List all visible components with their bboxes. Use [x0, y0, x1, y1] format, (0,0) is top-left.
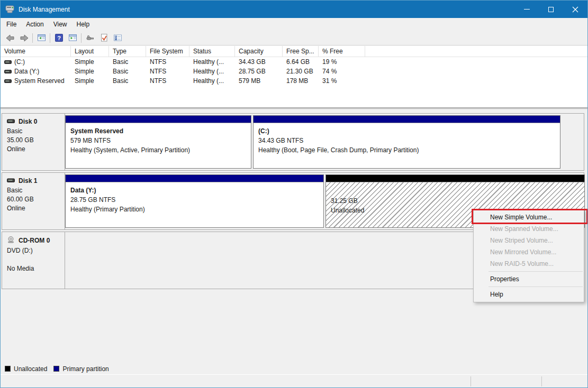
menu-view[interactable]: View: [49, 18, 72, 31]
menu-item-new-spanned-volume: New Spanned Volume...: [474, 223, 584, 235]
action-tool-button[interactable]: [83, 32, 97, 44]
menu-item-properties[interactable]: Properties: [474, 273, 584, 285]
partition-title: Data (Y:): [70, 186, 323, 195]
legend-unallocated-label: Unallocated: [14, 365, 47, 373]
table-row[interactable]: (C:) Simple Basic NTFS Healthy (... 34.4…: [1, 57, 587, 67]
primary-partition-bar: [66, 116, 251, 123]
volume-file-system: NTFS: [146, 58, 189, 66]
column-header-pct-free[interactable]: % Free: [319, 46, 365, 57]
close-icon: [572, 6, 578, 13]
table-row[interactable]: Data (Y:) Simple Basic NTFS Healthy (...…: [1, 67, 587, 76]
volume-file-system: NTFS: [146, 68, 189, 75]
title-bar: Disk Management: [1, 1, 587, 18]
volume-type: Basic: [109, 77, 146, 85]
volume-type: Basic: [109, 68, 146, 75]
column-header-volume[interactable]: Volume: [1, 46, 71, 57]
back-button[interactable]: [3, 32, 17, 44]
disk-name: Disk 0: [19, 118, 37, 125]
toolbar-separator: [32, 33, 33, 43]
show-console-icon: [68, 34, 77, 42]
partition-data-y[interactable]: Data (Y:) 28.75 GB NTFS Healthy (Primary…: [65, 174, 324, 228]
disk-type: Basic: [7, 186, 65, 195]
volume-icon: [4, 60, 12, 64]
disk-icon: [7, 177, 15, 184]
partition-health: Healthy (Boot, Page File, Crash Dump, Pr…: [258, 145, 560, 155]
partition-system-reserved[interactable]: System Reserved 579 MB NTFS Healthy (Sys…: [65, 115, 251, 169]
partition-size: 28.75 GB NTFS: [70, 195, 323, 205]
svg-text:?: ?: [57, 35, 61, 41]
status-bar-divider: [541, 376, 542, 386]
forward-icon: [19, 34, 29, 42]
partition-c-drive[interactable]: (C:) 34.43 GB NTFS Healthy (Boot, Page F…: [253, 115, 560, 169]
console-window-button[interactable]: [34, 32, 48, 44]
help-button[interactable]: ?: [52, 32, 66, 44]
back-icon: [5, 34, 15, 42]
unallocated-size: 31.25 GB: [331, 196, 584, 206]
disk1-panel[interactable]: Disk 1 Basic 60.00 GB Online: [2, 173, 65, 229]
volume-capacity: 579 MB: [235, 77, 283, 85]
volume-name: Data (Y:): [14, 68, 39, 75]
volume-pct-free: 74 %: [319, 68, 365, 75]
status-bar-divider: [471, 376, 471, 386]
unallocated-swatch: [5, 366, 11, 372]
volume-list: Volume Layout Type File System Status Ca…: [1, 46, 587, 108]
volume-icon: [4, 69, 12, 74]
column-header-type[interactable]: Type: [109, 46, 146, 57]
checklist-icon: [113, 34, 122, 42]
menu-item-new-mirrored-volume: New Mirrored Volume...: [474, 246, 584, 258]
window-title: Disk Management: [19, 6, 70, 13]
menu-file[interactable]: File: [2, 18, 21, 31]
legend-primary-partition-label: Primary partition: [62, 365, 108, 373]
maximize-button[interactable]: [539, 1, 563, 18]
disk-name: Disk 1: [19, 177, 37, 184]
table-row[interactable]: System Reserved Simple Basic NTFS Health…: [1, 76, 587, 86]
disk0-panel[interactable]: Disk 0 Basic 35.00 GB Online: [2, 114, 65, 170]
forward-button[interactable]: [17, 32, 31, 44]
menu-bar: File Action View Help: [1, 18, 587, 31]
volume-list-header: Volume Layout Type File System Status Ca…: [1, 46, 587, 57]
column-header-free-space[interactable]: Free Sp...: [283, 46, 319, 57]
menu-action[interactable]: Action: [21, 18, 48, 31]
check-document-icon: [99, 33, 108, 42]
cdrom-panel[interactable]: CD-ROM 0 DVD (D:) No Media: [2, 232, 65, 289]
toolbar-separator: [50, 33, 50, 43]
volume-pct-free: 19 %: [319, 58, 365, 66]
volume-type: Basic: [109, 58, 146, 66]
column-header-file-system[interactable]: File System: [146, 46, 189, 57]
volume-layout: Simple: [71, 68, 109, 75]
volume-status: Healthy (...: [189, 77, 235, 85]
disk-status: Online: [7, 204, 65, 213]
column-header-status[interactable]: Status: [189, 46, 235, 57]
volume-layout: Simple: [71, 77, 109, 85]
maximize-icon: [548, 7, 554, 12]
toolbar: ?: [1, 31, 587, 45]
menu-item-new-striped-volume: New Striped Volume...: [474, 235, 584, 246]
checklist-button[interactable]: [111, 32, 124, 44]
disk-status: Online: [7, 145, 65, 154]
context-menu: New Simple Volume... New Spanned Volume.…: [473, 209, 584, 302]
volume-capacity: 34.43 GB: [235, 58, 283, 66]
menu-item-new-simple-volume[interactable]: New Simple Volume...: [474, 211, 584, 223]
menu-help[interactable]: Help: [72, 18, 95, 31]
disk-size: 35.00 GB: [7, 136, 65, 145]
disk0-row: Disk 0 Basic 35.00 GB Online System Rese…: [2, 113, 584, 171]
cd-icon: [7, 236, 15, 245]
check-document-button[interactable]: [97, 32, 111, 44]
partition-title: (C:): [258, 126, 560, 136]
minimize-button[interactable]: [514, 1, 539, 18]
minimize-icon: [524, 9, 530, 10]
menu-item-help[interactable]: Help: [474, 289, 584, 300]
disk-management-app-icon: [5, 5, 15, 13]
close-button[interactable]: [563, 1, 587, 18]
column-header-capacity[interactable]: Capacity: [235, 46, 283, 57]
help-icon: ?: [55, 33, 64, 42]
volume-icon: [4, 79, 12, 84]
show-console-button[interactable]: [66, 32, 79, 44]
volume-name: System Reserved: [14, 77, 65, 85]
volume-layout: Simple: [71, 58, 109, 66]
unallocated-bar: [326, 175, 584, 182]
volume-free-space: 6.64 GB: [283, 58, 319, 66]
menu-separator: [489, 271, 583, 272]
status-bar: [1, 374, 587, 387]
column-header-layout[interactable]: Layout: [71, 46, 109, 57]
